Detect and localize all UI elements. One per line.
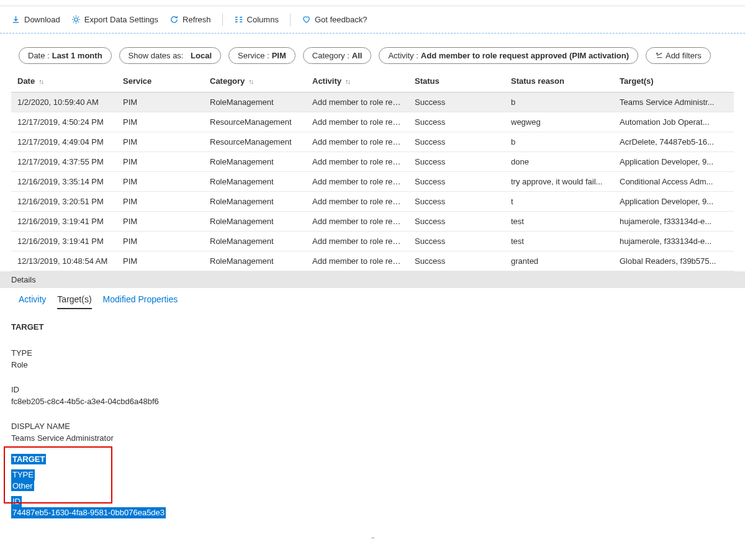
cell-date: 12/17/2019, 4:37:55 PM — [11, 152, 117, 172]
download-button[interactable]: Download — [11, 15, 60, 24]
tab-modified-properties[interactable]: Modified Properties — [103, 292, 178, 309]
table-row[interactable]: 12/17/2019, 4:50:24 PMPIMResourceManagem… — [11, 112, 734, 132]
cell-targets: hujamerole, f333134d-e... — [613, 232, 734, 251]
cell-activity: Add member to role req... — [306, 132, 409, 152]
tab-activity[interactable]: Activity — [19, 292, 46, 309]
cell-status: Success — [409, 251, 505, 271]
command-bar: Download Export Data Settings Refresh Co… — [0, 6, 745, 34]
table-row[interactable]: 12/16/2019, 3:19:41 PMPIMRoleManagementA… — [11, 232, 734, 251]
cell-date: 12/16/2019, 3:19:41 PM — [11, 232, 117, 251]
cell-targets: Conditional Access Adm... — [613, 172, 734, 192]
type-label: TYPE — [11, 348, 734, 359]
cell-activity: Add member to role req... — [306, 152, 409, 172]
filter-date[interactable]: Date : Last 1 month — [19, 47, 112, 64]
cell-category: RoleManagement — [204, 93, 306, 112]
col-status[interactable]: Status — [409, 73, 505, 93]
columns-button[interactable]: Columns — [234, 15, 279, 24]
id2-value: 74487eb5-1630-4fa8-9581-0bb076ea5de3 — [11, 507, 166, 518]
gear-icon — [71, 15, 81, 24]
cell-status: Success — [409, 172, 505, 192]
refresh-button[interactable]: Refresh — [169, 15, 211, 24]
col-status-reason[interactable]: Status reason — [505, 73, 613, 93]
id-value: fc8eb205-c8c4-4b5c-a3e4-04cbd6a48bf6 — [11, 396, 734, 407]
svg-point-0 — [74, 18, 78, 22]
cell-status: Success — [409, 152, 505, 172]
col-activity[interactable]: Activity↑↓ — [306, 73, 409, 93]
separator — [290, 14, 291, 26]
add-filter-icon — [655, 52, 663, 60]
cell-category: RoleManagement — [204, 172, 306, 192]
export-button[interactable]: Export Data Settings — [71, 15, 158, 24]
cell-status: Success — [409, 93, 505, 112]
filter-show-dates[interactable]: Show dates as: Local — [119, 47, 221, 64]
cell-targets: Teams Service Administr... — [613, 93, 734, 112]
table-row[interactable]: 12/16/2019, 3:20:51 PMPIMRoleManagementA… — [11, 192, 734, 212]
cell-service: PIM — [117, 112, 204, 132]
col-category[interactable]: Category↑↓ — [204, 73, 306, 93]
add-filters-label: Add filters — [666, 51, 702, 60]
table-header-row: Date↑↓ Service Category↑↓ Activity↑↓ Sta… — [11, 73, 734, 93]
details-body: TARGET TYPE Role ID fc8eb205-c8c4-4b5c-a… — [0, 309, 745, 537]
tab-targets[interactable]: Target(s) — [57, 292, 91, 309]
table-row[interactable]: 12/17/2019, 4:37:55 PMPIMRoleManagementA… — [11, 152, 734, 172]
feedback-label: Got feedback? — [315, 15, 368, 24]
add-filters-button[interactable]: Add filters — [646, 47, 711, 64]
cell-date: 12/16/2019, 3:35:14 PM — [11, 172, 117, 192]
id2-label: ID — [11, 496, 22, 507]
col-date[interactable]: Date↑↓ — [11, 73, 117, 93]
columns-icon — [234, 15, 243, 24]
id-label: ID — [11, 384, 734, 395]
cell-status: Success — [409, 212, 505, 232]
col-service[interactable]: Service — [117, 73, 204, 93]
table-row[interactable]: 1/2/2020, 10:59:40 AMPIMRoleManagementAd… — [11, 93, 734, 112]
type2-value: Other — [11, 481, 34, 492]
cell-statusReason: b — [505, 132, 613, 152]
type-value: Role — [11, 359, 734, 371]
sort-icon: ↑↓ — [248, 78, 253, 85]
cell-category: ResourceManagement — [204, 132, 306, 152]
cell-statusReason: wegweg — [505, 112, 613, 132]
col-targets[interactable]: Target(s) — [613, 73, 734, 93]
cell-status: Success — [409, 132, 505, 152]
columns-label: Columns — [247, 15, 279, 24]
cell-targets: Application Developer, 9... — [613, 192, 734, 212]
cell-activity: Add member to role req... — [306, 112, 409, 132]
filter-category[interactable]: Category : All — [303, 47, 372, 64]
cell-category: RoleManagement — [204, 152, 306, 172]
cell-category: RoleManagement — [204, 212, 306, 232]
filter-activity[interactable]: Activity : Add member to role request ap… — [379, 47, 638, 64]
cell-activity: Add member to role req... — [306, 93, 409, 112]
download-label: Download — [24, 15, 60, 24]
cell-service: PIM — [117, 93, 204, 112]
cell-date: 1/2/2020, 10:59:40 AM — [11, 93, 117, 112]
cell-targets: Application Developer, 9... — [613, 152, 734, 172]
table-row[interactable]: 12/16/2019, 3:19:41 PMPIMRoleManagementA… — [11, 212, 734, 232]
cell-targets: Automation Job Operat... — [613, 112, 734, 132]
cell-date: 12/16/2019, 3:19:41 PM — [11, 212, 117, 232]
cell-activity: Add member to role req... — [306, 192, 409, 212]
target2-heading: TARGET — [11, 454, 46, 465]
details-header: Details — [0, 271, 745, 288]
filter-service[interactable]: Service : PIM — [228, 47, 296, 64]
cell-activity: Add member to role req... — [306, 212, 409, 232]
table-row[interactable]: 12/16/2019, 3:35:14 PMPIMRoleManagementA… — [11, 172, 734, 192]
cell-status: Success — [409, 112, 505, 132]
cell-service: PIM — [117, 192, 204, 212]
cell-status: Success — [409, 232, 505, 251]
cell-service: PIM — [117, 212, 204, 232]
cell-targets: AcrDelete, 74487eb5-16... — [613, 132, 734, 152]
cell-targets: Global Readers, f39b575... — [613, 251, 734, 271]
cell-date: 12/13/2019, 10:48:54 AM — [11, 251, 117, 271]
cell-category: RoleManagement — [204, 232, 306, 251]
table-row[interactable]: 12/17/2019, 4:49:04 PMPIMResourceManagem… — [11, 132, 734, 152]
feedback-button[interactable]: Got feedback? — [302, 15, 368, 24]
cell-activity: Add member to role req... — [306, 232, 409, 251]
download-icon — [11, 15, 20, 24]
table-row[interactable]: 12/13/2019, 10:48:54 AMPIMRoleManagement… — [11, 251, 734, 271]
heart-icon — [302, 15, 311, 24]
details-tabs: Activity Target(s) Modified Properties — [0, 288, 745, 309]
sort-icon: ↑↓ — [38, 78, 43, 85]
filter-row: Date : Last 1 month Show dates as: Local… — [0, 34, 745, 73]
type2-label: TYPE — [11, 469, 35, 481]
cell-statusReason: b — [505, 93, 613, 112]
